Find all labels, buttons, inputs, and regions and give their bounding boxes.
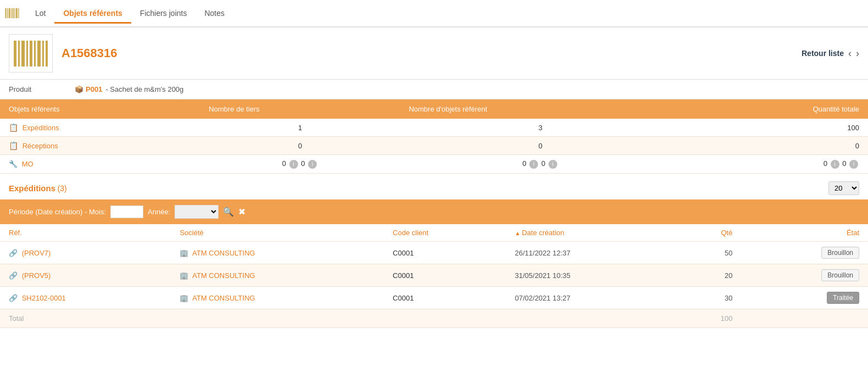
col-societe[interactable]: Société bbox=[171, 224, 384, 242]
filter-mois-input[interactable] bbox=[110, 205, 143, 218]
svg-rect-12 bbox=[30, 41, 32, 66]
row3-societe: 🏢 ATM CONSULTING bbox=[171, 287, 384, 309]
clear-button[interactable]: ✖ bbox=[238, 207, 245, 217]
row3-icon: 🔗 bbox=[9, 294, 18, 302]
data-row-2: 🔗 (PROV5) 🏢 ATM CONSULTING C0001 31/05/2… bbox=[0, 264, 868, 287]
tab-objets-referents[interactable]: Objets référents bbox=[54, 4, 131, 24]
mo-qte-info1[interactable]: i bbox=[831, 160, 839, 169]
row3-ref: 🔗 SH2102-0001 bbox=[0, 287, 171, 309]
row1-date: 26/11/2022 12:37 bbox=[506, 242, 674, 264]
col-quantite: Quantité totale bbox=[681, 99, 868, 119]
header-right: Retour liste ‹ › bbox=[802, 48, 859, 59]
expeditions-data-table: Réf. Société Code client Date création Q… bbox=[0, 224, 868, 328]
per-page-area: 20 50 100 bbox=[828, 181, 859, 195]
row2-status-badge: Brouillon bbox=[821, 269, 859, 281]
mo-link[interactable]: MO bbox=[22, 160, 33, 168]
product-code-link[interactable]: P001 bbox=[86, 85, 102, 93]
mo-nb-tiers: 0 i 0 i bbox=[200, 155, 400, 174]
mo-objets-info1[interactable]: i bbox=[529, 160, 538, 169]
product-icon: 📦 bbox=[75, 85, 83, 93]
svg-rect-0 bbox=[5, 8, 6, 18]
row1-societe-link[interactable]: ATM CONSULTING bbox=[192, 249, 255, 257]
expeditions-quantite: 100 bbox=[681, 119, 868, 137]
svg-rect-2 bbox=[9, 8, 10, 18]
svg-rect-8 bbox=[14, 41, 16, 66]
expeditions-count: (3) bbox=[58, 184, 67, 193]
receptions-link[interactable]: Réceptions bbox=[23, 142, 58, 150]
col-date-creation[interactable]: Date création bbox=[506, 224, 674, 242]
svg-rect-9 bbox=[18, 41, 20, 66]
search-button[interactable]: 🔍 bbox=[223, 207, 234, 217]
svg-rect-10 bbox=[21, 41, 25, 66]
mo-qte-info2[interactable]: i bbox=[849, 160, 858, 169]
expeditions-link[interactable]: Expéditions bbox=[23, 124, 59, 132]
barcode-thumbnail bbox=[9, 34, 53, 73]
next-button[interactable]: › bbox=[856, 48, 859, 59]
row2-societe-link[interactable]: ATM CONSULTING bbox=[192, 271, 255, 280]
receptions-nb-tiers: 0 bbox=[200, 137, 400, 155]
filter-annee-select[interactable]: 2021 2022 2023 bbox=[175, 205, 219, 219]
row2-code-client: C0001 bbox=[384, 264, 506, 287]
record-id: A1568316 bbox=[61, 46, 117, 60]
receptions-quantite: 0 bbox=[681, 137, 868, 155]
col-code-client[interactable]: Code client bbox=[384, 224, 506, 242]
col-qte[interactable]: Qté bbox=[674, 224, 741, 242]
row2-icon: 🔗 bbox=[9, 271, 18, 280]
row3-status-badge: Traitée bbox=[827, 292, 859, 304]
row1-icon: 🔗 bbox=[9, 249, 18, 257]
total-row: Total 100 bbox=[0, 309, 868, 328]
product-name: - Sachet de m&m's 200g bbox=[105, 85, 183, 93]
obj-name-mo: 🔧 MO bbox=[0, 155, 200, 174]
col-nb-tiers: Nombre de tiers bbox=[200, 99, 400, 119]
prev-button[interactable]: ‹ bbox=[848, 48, 852, 59]
svg-rect-7 bbox=[18, 8, 19, 18]
obj-name-receptions: 📋 Réceptions bbox=[0, 137, 200, 155]
table-row: 📋 Expéditions 1 3 100 bbox=[0, 119, 868, 137]
mo-objets-info2[interactable]: i bbox=[548, 160, 557, 169]
per-page-select[interactable]: 20 50 100 bbox=[828, 181, 859, 195]
record-header: A1568316 Retour liste ‹ › bbox=[0, 27, 868, 80]
row1-etat: Brouillon bbox=[741, 242, 868, 264]
row3-company-icon: 🏢 bbox=[180, 294, 188, 302]
row1-ref: 🔗 (PROV7) bbox=[0, 242, 171, 264]
mo-tiers-info2[interactable]: i bbox=[308, 160, 317, 169]
expeditions-section-header: Expéditions (3) 20 50 100 bbox=[0, 174, 868, 199]
col-etat[interactable]: État bbox=[741, 224, 868, 242]
total-label: Total bbox=[0, 309, 171, 328]
tab-lot[interactable]: Lot bbox=[26, 4, 54, 22]
expeditions-nb-objets: 3 bbox=[400, 119, 681, 137]
tab-fichiers-joints[interactable]: Fichiers joints bbox=[131, 4, 196, 22]
row1-qte: 50 bbox=[674, 242, 741, 264]
data-row-1: 🔗 (PROV7) 🏢 ATM CONSULTING C0001 26/11/2… bbox=[0, 242, 868, 264]
row2-qte: 20 bbox=[674, 264, 741, 287]
filter-bar: Période (Date création) - Mois: Année: 2… bbox=[0, 199, 868, 224]
row3-ref-link[interactable]: SH2102-0001 bbox=[22, 294, 66, 302]
mo-tiers-info1[interactable]: i bbox=[289, 160, 298, 169]
total-empty3 bbox=[506, 309, 674, 328]
row3-societe-link[interactable]: ATM CONSULTING bbox=[192, 294, 255, 302]
svg-rect-15 bbox=[42, 41, 44, 66]
filter-annee-label: Année: bbox=[148, 208, 170, 216]
mo-nb-objets: 0 i 0 i bbox=[400, 155, 681, 174]
row2-ref-link[interactable]: (PROV5) bbox=[22, 271, 51, 280]
retour-liste-label: Retour liste bbox=[802, 49, 844, 58]
svg-rect-14 bbox=[37, 41, 41, 66]
svg-rect-16 bbox=[46, 41, 48, 66]
tab-bar: Lot Objets référents Fichiers joints Not… bbox=[0, 0, 868, 27]
header-left: A1568316 bbox=[9, 34, 117, 73]
tab-notes[interactable]: Notes bbox=[195, 4, 233, 22]
svg-rect-3 bbox=[11, 8, 12, 18]
row3-etat: Traitée bbox=[741, 287, 868, 309]
svg-rect-11 bbox=[26, 41, 28, 66]
col-ref[interactable]: Réf. bbox=[0, 224, 171, 242]
col-objets-referents: Objets référents bbox=[0, 99, 200, 119]
svg-rect-4 bbox=[13, 8, 14, 18]
expeditions-title: Expéditions bbox=[9, 184, 55, 193]
row1-company-icon: 🏢 bbox=[180, 249, 188, 257]
row2-date: 31/05/2021 10:35 bbox=[506, 264, 674, 287]
row3-code-client: C0001 bbox=[384, 287, 506, 309]
total-empty2 bbox=[384, 309, 506, 328]
svg-rect-13 bbox=[34, 41, 36, 66]
mo-icon: 🔧 bbox=[9, 160, 18, 168]
row1-ref-link[interactable]: (PROV7) bbox=[22, 249, 51, 257]
